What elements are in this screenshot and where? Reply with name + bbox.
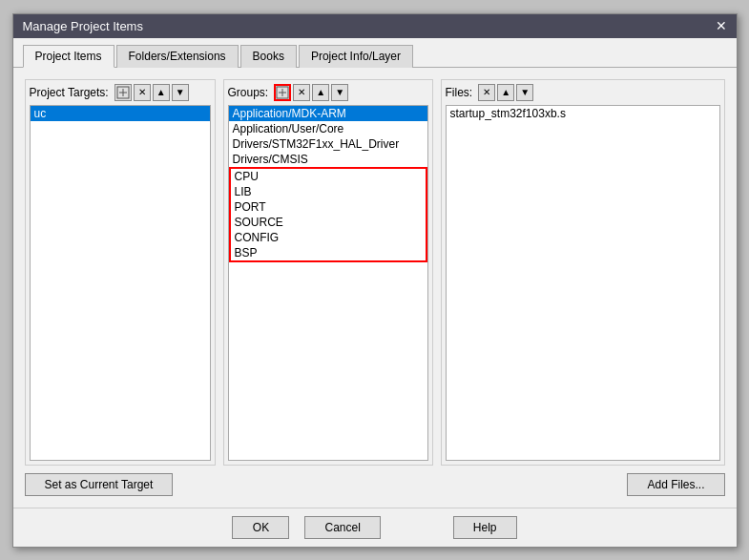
group-item-4[interactable]: CPU	[231, 169, 426, 184]
help-button[interactable]: Help	[453, 516, 517, 539]
files-panel: Files: ✕ ▲ ▼ startup_stm32f103xb.s	[441, 79, 725, 466]
delete-group-button[interactable]: ✕	[293, 84, 310, 101]
set-current-target-button[interactable]: Set as Current Target	[25, 473, 174, 496]
add-group-icon	[276, 86, 289, 99]
move-target-down-button[interactable]: ▼	[172, 84, 189, 101]
project-targets-list: uc	[30, 105, 211, 461]
file-item-0[interactable]: startup_stm32f103xb.s	[447, 106, 719, 121]
files-label: Files:	[446, 86, 473, 99]
add-files-button[interactable]: Add Files...	[627, 473, 724, 496]
delete-target-button[interactable]: ✕	[134, 84, 151, 101]
bottom-buttons: Set as Current Target Add Files...	[25, 473, 725, 496]
add-group-button[interactable]	[274, 84, 291, 101]
add-target-button[interactable]	[114, 84, 132, 101]
panels-row: Project Targets: ✕ ▲ ▼ uc	[25, 79, 725, 466]
delete-file-button[interactable]: ✕	[478, 84, 495, 101]
project-targets-header: Project Targets: ✕ ▲ ▼	[30, 84, 211, 101]
dialog-footer: OK Cancel Help	[13, 508, 737, 547]
move-group-down-button[interactable]: ▼	[331, 84, 348, 101]
tab-project-items[interactable]: Project Items	[23, 45, 114, 68]
tab-project-info-layer[interactable]: Project Info/Layer	[299, 45, 413, 68]
dialog-body: Project Targets: ✕ ▲ ▼ uc	[13, 68, 737, 508]
close-button[interactable]: ✕	[716, 19, 727, 32]
group-item-0[interactable]: Application/MDK-ARM	[229, 106, 427, 121]
title-bar: Manage Project Items ✕	[13, 14, 737, 38]
manage-project-items-dialog: Manage Project Items ✕ Project Items Fol…	[12, 13, 738, 548]
tab-folders-extensions[interactable]: Folders/Extensions	[116, 45, 239, 68]
group-item-5[interactable]: LIB	[231, 184, 426, 199]
groups-header: Groups: ✕ ▲ ▼	[228, 84, 428, 101]
move-file-up-button[interactable]: ▲	[497, 84, 514, 101]
group-item-7[interactable]: SOURCE	[231, 215, 426, 230]
group-item-6[interactable]: PORT	[231, 199, 426, 215]
tab-books[interactable]: Books	[240, 45, 297, 68]
cancel-button[interactable]: Cancel	[304, 516, 380, 539]
group-item-9[interactable]: BSP	[231, 245, 426, 260]
add-target-icon	[116, 86, 130, 99]
group-item-1[interactable]: Application/User/Core	[229, 121, 427, 136]
move-group-up-button[interactable]: ▲	[312, 84, 329, 101]
project-targets-label: Project Targets:	[30, 86, 109, 99]
group-item-2[interactable]: Drivers/STM32F1xx_HAL_Driver	[229, 136, 427, 152]
files-list: startup_stm32f103xb.s	[446, 105, 720, 461]
tabs-bar: Project Items Folders/Extensions Books P…	[13, 38, 737, 68]
groups-panel: Groups: ✕ ▲ ▼ Application/MDK-ARM Appli	[223, 79, 433, 466]
move-target-up-button[interactable]: ▲	[153, 84, 170, 101]
target-item-uc[interactable]: uc	[31, 106, 210, 121]
group-item-8[interactable]: CONFIG	[231, 230, 426, 245]
project-targets-panel: Project Targets: ✕ ▲ ▼ uc	[25, 79, 216, 466]
groups-label: Groups:	[228, 86, 269, 99]
group-item-3[interactable]: Drivers/CMSIS	[229, 152, 427, 167]
groups-list: Application/MDK-ARM Application/User/Cor…	[228, 105, 428, 461]
move-file-down-button[interactable]: ▼	[516, 84, 533, 101]
ok-button[interactable]: OK	[232, 516, 289, 539]
files-header: Files: ✕ ▲ ▼	[446, 84, 720, 101]
dialog-title: Manage Project Items	[23, 19, 143, 33]
